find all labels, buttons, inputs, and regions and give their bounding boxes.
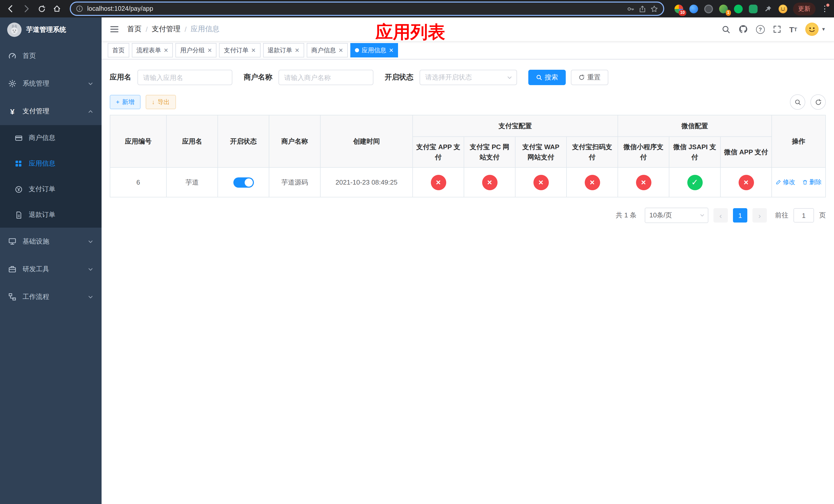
app-name-input[interactable] xyxy=(137,70,232,85)
key-icon[interactable] xyxy=(627,5,635,13)
extension-wechat-icon[interactable] xyxy=(732,3,744,15)
export-icon: ↓ xyxy=(152,98,155,106)
chevron-up-icon xyxy=(88,109,93,114)
export-button[interactable]: ↓ 导出 xyxy=(146,95,176,109)
github-icon[interactable] xyxy=(739,25,748,34)
search-button[interactable]: 搜索 xyxy=(528,70,566,85)
page-number-1[interactable]: 1 xyxy=(733,208,747,223)
col-alipay-app: 支付宝 APP 支付 xyxy=(413,137,464,167)
edit-link[interactable]: 修改 xyxy=(775,178,795,187)
close-icon[interactable]: ✕ xyxy=(207,47,212,53)
reset-button[interactable]: 重置 xyxy=(571,70,608,85)
goto-page-input[interactable] xyxy=(793,208,814,223)
status-switch[interactable] xyxy=(233,177,254,187)
wechat-mini-status-icon: × xyxy=(636,175,651,190)
bookmark-star-icon[interactable] xyxy=(650,5,658,13)
sidebar-item-devtools[interactable]: 研发工具 xyxy=(0,255,102,283)
alipay-qr-status-icon: × xyxy=(585,175,600,190)
share-icon[interactable] xyxy=(639,5,646,13)
monitor-icon xyxy=(8,237,16,246)
extension-badge: 10 xyxy=(679,10,686,16)
back-icon[interactable] xyxy=(4,2,18,15)
extension-avatar-icon[interactable]: 1 xyxy=(717,3,729,15)
extension-avatar-badge: 1 xyxy=(725,10,731,16)
font-size-icon[interactable]: TT xyxy=(789,25,797,33)
caret-down-icon: ▼ xyxy=(821,27,826,32)
toolbox-icon xyxy=(8,265,16,273)
col-alipay-wap: 支付宝 WAP 网站支付 xyxy=(515,137,567,167)
alipay-app-status-icon: × xyxy=(431,175,446,190)
browser-update-button[interactable]: 更新 xyxy=(793,2,815,15)
filter-form: 应用名 商户名称 开启状态 请选择开启状态 xyxy=(110,70,826,85)
sidebar-item-payment[interactable]: ¥ 支付管理 xyxy=(0,97,102,125)
refresh-button[interactable] xyxy=(810,94,826,110)
extension-blue-icon[interactable] xyxy=(687,3,700,15)
sidebar: 芋道管理系统 首页 系统管理 ¥ 支付管理 xyxy=(0,18,102,504)
close-icon[interactable]: ✕ xyxy=(295,47,299,53)
screen: localhost:1024/pay/app 10 1 xyxy=(0,0,834,504)
tab-process-form[interactable]: 流程表单✕ xyxy=(132,43,173,58)
home-icon[interactable] xyxy=(50,2,64,15)
sidebar-item-merchant-info[interactable]: 商户信息 xyxy=(0,125,102,151)
sidebar-item-system[interactable]: 系统管理 xyxy=(0,70,102,97)
col-merchant: 商户名称 xyxy=(269,115,320,167)
status-select[interactable]: 请选择开启状态 xyxy=(420,70,517,85)
url-text[interactable]: localhost:1024/pay/app xyxy=(87,5,623,12)
sidebar-item-infra[interactable]: 基础设施 xyxy=(0,228,102,255)
extension-multicolor-icon[interactable]: 10 xyxy=(673,3,685,15)
help-icon[interactable]: ? xyxy=(756,25,765,33)
sidebar-item-workflow[interactable]: 工作流程 xyxy=(0,283,102,311)
breadcrumb: 首页 / 支付管理 / 应用信息 xyxy=(127,25,220,34)
close-icon[interactable]: ✕ xyxy=(389,47,393,53)
extension-green-square-icon[interactable] xyxy=(747,3,759,15)
close-icon[interactable]: ✕ xyxy=(163,47,168,53)
user-avatar[interactable]: ▼ xyxy=(805,23,826,36)
tab-pay-order[interactable]: 支付订单✕ xyxy=(219,43,260,58)
tab-app-info[interactable]: 应用信息✕ xyxy=(350,43,398,58)
breadcrumb-home[interactable]: 首页 xyxy=(127,25,141,34)
close-icon[interactable]: ✕ xyxy=(338,47,343,53)
delete-link[interactable]: 删除 xyxy=(802,178,822,187)
sidebar-item-home[interactable]: 首页 xyxy=(0,42,102,70)
gear-icon xyxy=(8,79,16,88)
close-icon[interactable]: ✕ xyxy=(251,47,256,53)
extension-pin-icon[interactable] xyxy=(762,3,774,15)
info-icon[interactable] xyxy=(76,5,83,12)
chevron-down-icon xyxy=(700,213,705,218)
extension-dark-icon[interactable] xyxy=(702,3,715,15)
table-toolbar: + 新增 ↓ 导出 xyxy=(110,94,826,110)
card-icon xyxy=(14,134,23,142)
sidebar-item-refund-order[interactable]: 退款订单 xyxy=(0,202,102,228)
col-app-id: 应用编号 xyxy=(110,115,167,167)
page-size-select[interactable]: 10条/页 xyxy=(645,208,708,223)
search-icon[interactable] xyxy=(722,25,730,33)
tab-user-group[interactable]: 用户分组✕ xyxy=(175,43,216,58)
tab-home[interactable]: 首页 xyxy=(108,43,129,58)
toggle-search-button[interactable] xyxy=(790,94,805,110)
add-button[interactable]: + 新增 xyxy=(110,95,140,109)
refund-doc-icon xyxy=(14,211,23,219)
prev-page-button[interactable]: ‹ xyxy=(714,208,728,223)
extension-emoji-face-icon[interactable] xyxy=(776,3,789,15)
forward-icon[interactable] xyxy=(20,2,33,15)
breadcrumb-section[interactable]: 支付管理 xyxy=(152,25,180,34)
cell-merchant: 芋道源码 xyxy=(269,167,320,197)
alipay-wap-status-icon: × xyxy=(533,175,549,190)
col-wechat-mini: 微信小程序支付 xyxy=(618,137,669,167)
next-page-button[interactable]: › xyxy=(752,208,767,223)
browser-menu-icon[interactable]: ⋮ xyxy=(820,4,830,13)
sidebar-item-pay-order[interactable]: 支付订单 xyxy=(0,176,102,202)
reload-icon[interactable] xyxy=(35,2,48,15)
col-alipay-qr: 支付宝扫码支付 xyxy=(567,137,618,167)
hamburger-icon[interactable] xyxy=(110,25,119,34)
app-name-label: 应用名 xyxy=(110,73,131,82)
col-wechat-jsapi: 微信 JSAPI 支付 xyxy=(669,137,720,167)
tab-merchant-info[interactable]: 商户信息✕ xyxy=(307,43,348,58)
tab-refund-order[interactable]: 退款订单✕ xyxy=(263,43,304,58)
fullscreen-icon[interactable] xyxy=(773,25,781,33)
avatar-image xyxy=(805,23,819,36)
merchant-name-input[interactable] xyxy=(279,70,373,85)
address-bar[interactable]: localhost:1024/pay/app xyxy=(70,2,664,16)
pagination: 共 1 条 10条/页 ‹ 1 › 前往 页 xyxy=(110,208,826,223)
sidebar-item-app-info[interactable]: 应用信息 xyxy=(0,151,102,176)
